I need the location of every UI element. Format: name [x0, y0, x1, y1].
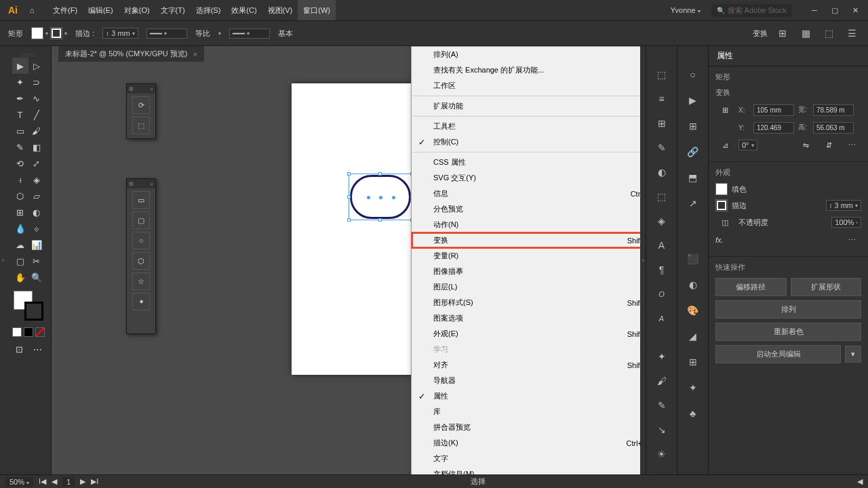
search-stock[interactable]: 🔍 搜索 Adobe Stock: [711, 4, 792, 17]
ref-point[interactable]: ⊞: [715, 103, 734, 117]
menu-edit[interactable]: 编辑(E): [83, 0, 119, 20]
blend-tool[interactable]: ⟐: [28, 220, 45, 237]
dd-docinfo[interactable]: 文档信息(M): [412, 466, 640, 474]
shape-builder[interactable]: ⬡: [12, 188, 28, 204]
dock-icon[interactable]: ⊞: [654, 115, 670, 131]
dock-icon[interactable]: ⬚: [654, 188, 670, 205]
dock-icon[interactable]: ⊞: [685, 354, 701, 370]
selection-tool[interactable]: ▶: [12, 58, 28, 74]
eraser-tool[interactable]: ◧: [28, 139, 45, 155]
dock-icon[interactable]: ◐: [654, 164, 670, 180]
more-appearance[interactable]: ⋯: [842, 233, 861, 247]
fp-btn[interactable]: ⟳: [132, 96, 150, 114]
fp-rrect[interactable]: ▢: [132, 211, 150, 229]
line-tool[interactable]: ╱: [28, 106, 45, 123]
pen-tool[interactable]: ✒: [12, 90, 28, 106]
dd-stroke[interactable]: 描边(K)Ctrl+F10: [412, 435, 640, 451]
dd-pattern[interactable]: 图案选项: [412, 310, 640, 326]
dd-flat[interactable]: 拼合器预览: [412, 420, 640, 435]
global-dd[interactable]: ▾: [845, 346, 861, 363]
menu-window[interactable]: 窗口(W): [298, 0, 336, 20]
fp-poly[interactable]: ⬡: [132, 252, 150, 270]
fp-flare[interactable]: ✦: [132, 293, 150, 310]
menu-text[interactable]: 文字(T): [155, 0, 191, 20]
brush-tool[interactable]: 🖌: [28, 123, 45, 139]
more-icon[interactable]: ☰: [844, 25, 860, 41]
color-mode[interactable]: [12, 327, 22, 337]
dock-icon[interactable]: ✦: [654, 348, 670, 365]
dock-icon[interactable]: 🔗: [685, 144, 701, 160]
dd-props[interactable]: 属性: [412, 388, 640, 404]
collapse-right1[interactable]: »: [640, 46, 646, 474]
nav-first[interactable]: I◀: [39, 477, 46, 486]
nav-next[interactable]: ▶: [80, 477, 85, 486]
dock-icon[interactable]: ◈: [654, 213, 670, 229]
dd-gstyles[interactable]: 图形样式(S)Shift+F5: [412, 295, 640, 310]
dock-icon[interactable]: ○: [685, 66, 701, 83]
direct-select-tool[interactable]: ▷: [28, 58, 45, 74]
dock-icon[interactable]: ↘: [654, 422, 670, 438]
fill-swatch[interactable]: [31, 27, 43, 39]
dock-icon[interactable]: ✦: [685, 380, 701, 396]
collapse-left[interactable]: «: [0, 46, 5, 474]
user-name[interactable]: Yvonne ▾: [665, 6, 706, 14]
wand-tool[interactable]: ✦: [12, 74, 28, 90]
align-icons[interactable]: ⊞: [774, 25, 791, 41]
w-field[interactable]: [813, 104, 854, 116]
dd-control[interactable]: 控制(C): [412, 134, 640, 150]
dd-css[interactable]: CSS 属性: [412, 155, 640, 170]
graph-tool[interactable]: 📊: [28, 237, 45, 253]
dd-extensions[interactable]: 扩展功能: [412, 98, 640, 114]
home-icon[interactable]: ⌂: [23, 1, 41, 19]
props-tab[interactable]: 属性: [709, 46, 868, 66]
dd-trace[interactable]: 图像描摹: [412, 264, 640, 279]
dd-text[interactable]: 文字: [412, 451, 640, 466]
fill-stroke[interactable]: [14, 291, 43, 321]
dock-icon[interactable]: ≡: [654, 91, 670, 107]
dd-layers[interactable]: 图层(L)F7: [412, 279, 640, 295]
page-field[interactable]: 1: [62, 477, 75, 487]
menu-file[interactable]: 文件(F): [47, 0, 83, 20]
fp-ellipse[interactable]: ○: [132, 232, 150, 249]
selected-shape[interactable]: [350, 175, 411, 219]
dd-appearance[interactable]: 外观(E)Shift+F6: [412, 326, 640, 342]
gradient-mode[interactable]: [24, 327, 33, 337]
eyedropper[interactable]: 💧: [12, 220, 28, 237]
float-panel-1[interactable]: ⊞× ⟳ ⬚: [126, 83, 156, 139]
dock-icon[interactable]: ¶: [654, 262, 670, 278]
dd-variables[interactable]: 变量(R): [412, 248, 640, 264]
dock-icon[interactable]: O: [654, 286, 670, 302]
nav-last[interactable]: ▶I: [91, 477, 98, 486]
dock-icon[interactable]: ↗: [685, 195, 701, 211]
offset-path-btn[interactable]: 偏移路径: [715, 278, 787, 296]
fp-star[interactable]: ☆: [132, 272, 150, 290]
rect-tool[interactable]: ▭: [12, 123, 28, 139]
global-edit-btn[interactable]: 启动全局编辑: [715, 345, 841, 363]
zoom-tool[interactable]: 🔍: [28, 269, 45, 285]
menu-view[interactable]: 视图(V): [262, 0, 298, 20]
shaper-tool[interactable]: ✎: [12, 139, 28, 155]
expand-btn[interactable]: 扩展形状: [791, 278, 862, 296]
dock-icon[interactable]: ⬒: [685, 169, 701, 186]
stroke-profile[interactable]: ━━━ ▾: [146, 28, 187, 39]
dd-learn[interactable]: 学习: [412, 342, 640, 357]
dock-icon[interactable]: ⊞: [685, 118, 701, 134]
opacity-val[interactable]: 100% ›: [831, 217, 861, 228]
dd-info[interactable]: 信息Ctrl+F8: [412, 186, 640, 201]
zoom-field[interactable]: 50% ▾: [5, 477, 33, 487]
dock-icon[interactable]: ◐: [685, 277, 701, 293]
rotate-tool[interactable]: ⟲: [12, 155, 28, 171]
dock-icon[interactable]: ◢: [685, 328, 701, 344]
scroll-left[interactable]: ◀: [857, 477, 863, 486]
recolor-btn[interactable]: 重新着色: [715, 323, 861, 341]
panel-grip[interactable]: ::::::: [22, 52, 35, 58]
curvature-tool[interactable]: ∿: [28, 90, 45, 106]
free-transform[interactable]: ◈: [28, 171, 45, 188]
lasso-tool[interactable]: ⊃: [28, 74, 45, 90]
fp-rect[interactable]: ▭: [132, 191, 150, 209]
nav-prev[interactable]: ◀: [52, 477, 57, 486]
dd-toolbar[interactable]: 工具栏: [412, 119, 640, 134]
y-field[interactable]: [753, 122, 794, 134]
tab-close[interactable]: ×: [193, 50, 197, 58]
menu-effect[interactable]: 效果(C): [226, 0, 262, 20]
